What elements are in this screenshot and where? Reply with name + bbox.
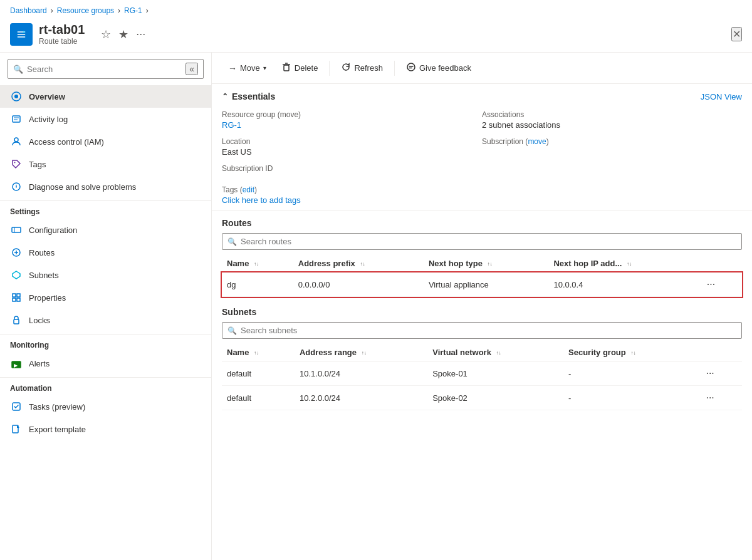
sidebar-item-diagnose-label: Diagnose and solve problems <box>29 182 136 192</box>
sidebar-item-subnets[interactable]: Subnets <box>0 264 211 286</box>
favorite-icon[interactable]: ☆ <box>101 28 111 41</box>
move-icon: → <box>228 63 237 73</box>
subscription-id-label: Subscription ID <box>222 164 482 173</box>
sidebar-item-access-control[interactable]: Access control (IAM) <box>0 130 211 153</box>
routes-prefix-sort[interactable]: ↑↓ <box>360 261 365 267</box>
bookmark-icon[interactable]: ★ <box>118 28 128 41</box>
subnets-col-actions <box>697 344 742 361</box>
export-template-icon <box>10 423 23 435</box>
subnet-more-button[interactable]: ··· <box>702 366 718 380</box>
sidebar-item-alerts[interactable]: ▶ Alerts <box>0 352 211 375</box>
table-row[interactable]: dg 0.0.0.0/0 Virtual appliance 10.0.0.4 … <box>222 272 742 297</box>
json-view-link[interactable]: JSON View <box>701 92 742 101</box>
routes-col-hop-type: Next hop type ↑↓ <box>424 255 549 272</box>
tags-edit-link[interactable]: edit <box>243 185 254 194</box>
subnets-name-sort[interactable]: ↑↓ <box>254 350 259 356</box>
routes-hop-ip-sort[interactable]: ↑↓ <box>627 261 632 267</box>
resource-icon <box>10 23 33 46</box>
svg-rect-17 <box>13 294 16 297</box>
routes-table-header-row: Name ↑↓ Address prefix ↑↓ Next hop type … <box>222 255 742 272</box>
subnets-vnet-sort[interactable]: ↑↓ <box>496 350 501 356</box>
svg-rect-6 <box>13 116 20 122</box>
resource-title-block: rt-tab01 Route table <box>39 23 85 46</box>
svg-rect-1 <box>18 34 26 35</box>
search-box: 🔍 « <box>8 59 204 79</box>
search-input[interactable] <box>27 65 182 74</box>
subnets-table: Name ↑↓ Address range ↑↓ Virtual network… <box>222 344 742 410</box>
svg-rect-21 <box>14 319 19 324</box>
delete-button[interactable]: Delete <box>275 59 325 77</box>
tags-section: Tags (edit) Click here to add tags <box>212 185 752 210</box>
svg-point-29 <box>407 63 415 71</box>
location-value: East US <box>222 147 482 157</box>
move-dropdown-icon: ▾ <box>263 65 266 71</box>
subnet-range: 10.2.0.0/24 <box>295 386 427 410</box>
subscription-move-link[interactable]: move <box>528 137 546 146</box>
sidebar-item-tasks[interactable]: Tasks (preview) <box>0 395 211 418</box>
sidebar-item-diagnose[interactable]: Diagnose and solve problems <box>0 175 211 198</box>
sidebar-item-alerts-label: Alerts <box>29 359 50 368</box>
resource-header: rt-tab01 Route table ☆ ★ ··· ✕ <box>0 19 752 53</box>
route-prefix: 0.0.0.0/0 <box>293 272 424 297</box>
subnets-col-vnet: Virtual network ↑↓ <box>427 344 563 361</box>
sidebar-item-export-template-label: Export template <box>29 425 86 434</box>
route-more-button[interactable]: ··· <box>703 277 719 291</box>
subnet-more: ··· <box>697 386 742 410</box>
table-row[interactable]: default 10.1.0.0/24 Spoke-01 - ··· <box>222 361 742 386</box>
sidebar-item-overview[interactable]: Overview <box>0 85 211 108</box>
routes-section: Routes 🔍 Name ↑↓ Address prefix ↑↓ <box>212 218 752 307</box>
move-button[interactable]: → Move ▾ <box>222 60 273 76</box>
svg-rect-19 <box>13 298 16 301</box>
svg-text:▶: ▶ <box>14 363 18 368</box>
search-icon: 🔍 <box>13 65 23 74</box>
sidebar-item-tags[interactable]: Tags <box>0 153 211 175</box>
sidebar-item-routes[interactable]: Routes <box>0 241 211 264</box>
refresh-button[interactable]: Refresh <box>335 59 389 77</box>
subnet-more-button[interactable]: ··· <box>702 391 718 405</box>
breadcrumb-resource-groups[interactable]: Resource groups <box>57 6 114 15</box>
close-button[interactable]: ✕ <box>731 27 742 41</box>
breadcrumb-rg1[interactable]: RG-1 <box>124 6 142 15</box>
resource-name: rt-tab01 <box>39 23 85 37</box>
sidebar-item-properties[interactable]: Properties <box>0 286 211 309</box>
collapse-sidebar-button[interactable]: « <box>185 63 198 75</box>
routes-table: Name ↑↓ Address prefix ↑↓ Next hop type … <box>222 255 742 297</box>
add-tags-link[interactable]: Click here to add tags <box>222 195 301 205</box>
routes-col-hop-ip: Next hop IP add... ↑↓ <box>548 255 697 272</box>
route-name: dg <box>222 272 293 297</box>
sidebar-item-export-template[interactable]: Export template <box>0 418 211 440</box>
svg-point-5 <box>14 95 18 98</box>
route-more: ··· <box>698 272 742 297</box>
routes-search-input[interactable] <box>241 237 736 246</box>
routes-hop-type-sort[interactable]: ↑↓ <box>488 261 493 267</box>
resource-group-link[interactable]: RG-1 <box>222 120 241 130</box>
sidebar-item-activity-log[interactable]: Activity log <box>0 108 211 130</box>
associations-label: Associations <box>482 110 742 119</box>
associations-item: Associations 2 subnet associations <box>482 106 742 133</box>
locks-icon <box>10 314 23 326</box>
subnets-range-sort[interactable]: ↑↓ <box>362 350 367 356</box>
toolbar-divider-2 <box>394 61 395 76</box>
subnets-table-header-row: Name ↑↓ Address range ↑↓ Virtual network… <box>222 344 742 361</box>
essentials-title: ⌃ Essentials <box>222 91 275 101</box>
routes-name-sort[interactable]: ↑↓ <box>254 261 259 267</box>
subnets-table-body: default 10.1.0.0/24 Spoke-01 - ··· defau… <box>222 361 742 410</box>
routes-section-title: Routes <box>222 218 742 228</box>
subnets-sg-sort[interactable]: ↑↓ <box>630 350 635 356</box>
essentials-grid: Resource group (move) RG-1 Associations … <box>212 106 752 185</box>
resource-group-label: Resource group (move) <box>222 110 482 119</box>
sidebar-item-configuration[interactable]: Configuration <box>0 219 211 241</box>
sidebar-item-routes-label: Routes <box>29 248 55 257</box>
subnets-icon <box>10 269 23 281</box>
feedback-button[interactable]: Give feedback <box>400 59 478 77</box>
essentials-header: ⌃ Essentials JSON View <box>212 84 752 106</box>
subnets-search-input[interactable] <box>241 326 736 335</box>
more-options-icon[interactable]: ··· <box>136 28 145 41</box>
sidebar-item-locks[interactable]: Locks <box>0 309 211 331</box>
location-item: Location East US <box>222 133 482 160</box>
breadcrumb-dashboard[interactable]: Dashboard <box>10 6 47 15</box>
essentials-collapse-icon[interactable]: ⌃ <box>222 92 228 101</box>
table-row[interactable]: default 10.2.0.0/24 Spoke-02 - ··· <box>222 386 742 410</box>
subnets-col-name: Name ↑↓ <box>222 344 295 361</box>
access-control-icon <box>10 135 23 148</box>
